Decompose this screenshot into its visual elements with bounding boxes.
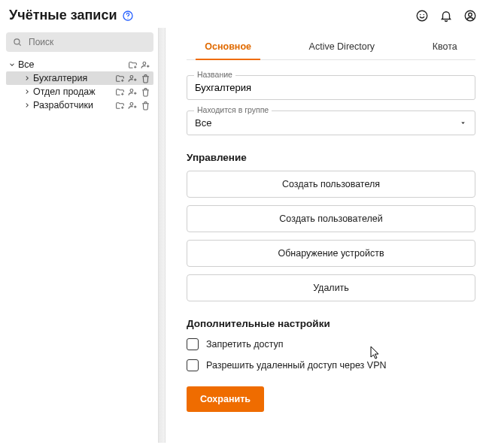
delete-icon[interactable] xyxy=(140,73,150,83)
tree-item-razrabotchiki[interactable]: Разработчики xyxy=(6,98,153,112)
svg-point-2 xyxy=(417,11,427,21)
svg-point-9 xyxy=(129,75,132,78)
chevron-down-icon[interactable] xyxy=(8,60,17,69)
svg-point-6 xyxy=(469,13,472,17)
tab-quota[interactable]: Квота xyxy=(430,34,460,59)
allow-vpn-checkbox[interactable] xyxy=(187,359,199,371)
tab-active-directory[interactable]: Active Directory xyxy=(306,34,378,59)
tree-root[interactable]: Все xyxy=(6,58,153,71)
tree-item-label: Бухгалтерия xyxy=(33,73,87,83)
svg-point-11 xyxy=(129,102,132,105)
group-select-value: Все xyxy=(195,117,211,129)
add-folder-icon[interactable] xyxy=(114,86,125,97)
group-field-label: Находится в группе xyxy=(194,105,272,114)
svg-point-7 xyxy=(14,39,20,44)
chevron-right-icon[interactable] xyxy=(23,74,32,83)
group-tree: Все Бухгалтерия xyxy=(6,58,153,112)
allow-vpn-row: Разрешить удаленный доступ через VPN xyxy=(187,359,475,371)
svg-point-8 xyxy=(142,62,145,65)
tree-item-otdel-prodazh[interactable]: Отдел продаж xyxy=(6,85,153,98)
allow-vpn-label: Разрешить удаленный доступ через VPN xyxy=(206,360,387,371)
group-field: Находится в группе Все xyxy=(187,110,475,135)
search-box[interactable] xyxy=(6,32,153,52)
search-input[interactable] xyxy=(27,36,147,48)
profile-icon[interactable] xyxy=(463,9,477,23)
create-users-button[interactable]: Создать пользователей xyxy=(187,205,475,232)
tree-root-label: Все xyxy=(18,59,35,70)
svg-point-10 xyxy=(129,89,132,92)
add-user-icon[interactable] xyxy=(127,100,138,110)
main-panel: Основное Active Directory Квота Название… xyxy=(166,28,489,443)
tab-main[interactable]: Основное xyxy=(202,34,254,59)
tree-item-label: Отдел продаж xyxy=(33,86,96,97)
search-icon xyxy=(12,37,23,47)
svg-point-1 xyxy=(128,17,129,18)
add-user-icon[interactable] xyxy=(127,86,138,97)
name-field-label: Название xyxy=(194,70,235,79)
additional-section-title: Дополнительные настройки xyxy=(187,318,475,329)
add-user-icon[interactable] xyxy=(127,73,138,83)
add-folder-icon[interactable] xyxy=(114,100,125,110)
support-icon[interactable] xyxy=(415,9,429,23)
panel-divider[interactable] xyxy=(158,28,166,443)
svg-point-4 xyxy=(424,14,425,15)
name-field: Название xyxy=(187,75,475,100)
add-folder-icon[interactable] xyxy=(127,59,138,70)
create-user-button[interactable]: Создать пользователя xyxy=(187,171,475,198)
deny-access-checkbox[interactable] xyxy=(187,338,199,350)
sidebar: Все Бухгалтерия xyxy=(0,28,158,443)
tree-item-bukhgalteriya[interactable]: Бухгалтерия xyxy=(6,71,153,85)
deny-access-label: Запретить доступ xyxy=(206,339,284,350)
delete-icon[interactable] xyxy=(140,100,150,110)
chevron-right-icon[interactable] xyxy=(23,87,32,96)
help-icon[interactable] xyxy=(121,9,135,23)
tabs: Основное Active Directory Квота xyxy=(187,34,475,60)
svg-point-3 xyxy=(420,14,421,15)
management-section-title: Управление xyxy=(187,152,475,163)
deny-access-row: Запретить доступ xyxy=(187,338,475,350)
tree-item-label: Разработчики xyxy=(33,100,93,110)
add-user-icon[interactable] xyxy=(140,59,150,70)
save-button[interactable]: Сохранить xyxy=(187,386,264,412)
add-folder-icon[interactable] xyxy=(114,73,125,83)
notifications-icon[interactable] xyxy=(439,9,453,23)
chevron-down-icon xyxy=(459,119,467,127)
delete-icon[interactable] xyxy=(140,86,150,97)
chevron-right-icon[interactable] xyxy=(23,101,32,110)
page-title: Учётные записи xyxy=(9,8,117,23)
delete-button[interactable]: Удалить xyxy=(187,274,475,301)
device-discovery-button[interactable]: Обнаружение устройств xyxy=(187,240,475,267)
app-header: Учётные записи xyxy=(0,0,489,28)
